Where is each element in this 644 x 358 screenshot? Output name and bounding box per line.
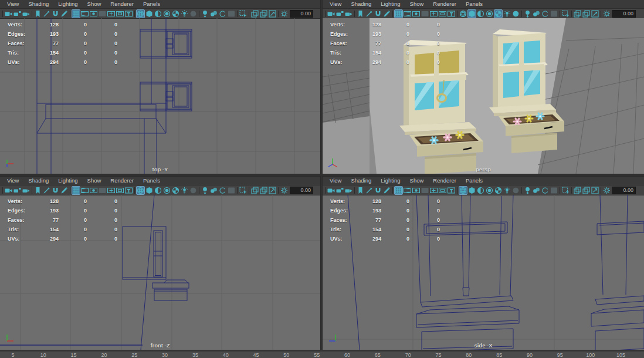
menu-item-renderer[interactable]: Renderer bbox=[428, 0, 461, 8]
image-plane-icon[interactable] bbox=[42, 186, 51, 195]
menu-item-show[interactable]: Show bbox=[83, 0, 106, 8]
image-plane-icon[interactable] bbox=[365, 9, 374, 18]
snap-view-icon[interactable] bbox=[374, 9, 382, 18]
wireframe-on-shaded-icon[interactable] bbox=[485, 9, 494, 18]
viewport-canvas-side[interactable]: Verts:12800Edges:19300Faces:7700Tris:154… bbox=[323, 195, 644, 350]
safe-title-icon[interactable] bbox=[124, 9, 133, 18]
fps-gear-icon[interactable] bbox=[602, 9, 611, 18]
menu-item-lighting[interactable]: Lighting bbox=[53, 0, 82, 8]
gate-mask-icon[interactable] bbox=[98, 186, 107, 195]
viewport-canvas-front[interactable]: Verts:12800Edges:19300Faces:7700Tris:154… bbox=[0, 195, 320, 350]
tearoff-icon[interactable] bbox=[259, 9, 268, 18]
all-lights-icon[interactable] bbox=[503, 9, 511, 18]
wireframe-on-shaded-icon[interactable] bbox=[485, 186, 494, 195]
menu-item-shading[interactable]: Shading bbox=[23, 177, 53, 185]
image-plane-icon[interactable] bbox=[42, 9, 51, 18]
menu-item-renderer[interactable]: Renderer bbox=[106, 0, 138, 8]
display-grid-icon[interactable] bbox=[72, 186, 80, 195]
isolate-select-icon[interactable] bbox=[227, 186, 236, 195]
tearoff-icon[interactable] bbox=[259, 186, 268, 195]
menu-item-shading[interactable]: Shading bbox=[346, 0, 376, 8]
snap-view-icon[interactable] bbox=[51, 9, 60, 18]
wireframe-mode-icon[interactable] bbox=[136, 186, 145, 195]
default-material-icon[interactable] bbox=[523, 9, 532, 18]
xray-icon[interactable] bbox=[218, 9, 227, 18]
smooth-shade-icon[interactable] bbox=[467, 186, 476, 195]
film-gate-icon[interactable] bbox=[403, 186, 412, 195]
snap-view-icon[interactable] bbox=[51, 186, 60, 195]
shadows-icon[interactable] bbox=[511, 186, 520, 195]
default-material-icon[interactable] bbox=[201, 186, 209, 195]
safe-action-icon[interactable] bbox=[438, 186, 447, 195]
time-slider-ruler[interactable]: 5101520253035404550556065707580859095100… bbox=[0, 350, 644, 358]
field-chart-icon[interactable] bbox=[429, 9, 438, 18]
camera-lock-icon[interactable] bbox=[335, 186, 344, 195]
resolution-gate-icon[interactable] bbox=[412, 186, 421, 195]
field-chart-icon[interactable] bbox=[429, 186, 438, 195]
snap-view-icon[interactable] bbox=[374, 186, 382, 195]
gate-mask-icon[interactable] bbox=[98, 9, 107, 18]
resolution-gate-icon[interactable] bbox=[89, 9, 98, 18]
measure-tool-icon[interactable] bbox=[60, 186, 69, 195]
flat-shade-icon[interactable] bbox=[154, 9, 162, 18]
camera-view-icon[interactable] bbox=[22, 186, 30, 195]
fps-gear-icon[interactable] bbox=[280, 186, 289, 195]
wireframe-mode-icon[interactable] bbox=[459, 9, 467, 18]
isolate-select-icon[interactable] bbox=[550, 186, 558, 195]
select-tool-icon[interactable] bbox=[561, 186, 570, 195]
fps-gear-icon[interactable] bbox=[602, 186, 611, 195]
playblast-camera-icon[interactable] bbox=[4, 186, 13, 195]
camera-view-icon[interactable] bbox=[22, 9, 30, 18]
wireframe-on-shaded-icon[interactable] bbox=[162, 186, 171, 195]
snapshot-icon[interactable] bbox=[591, 9, 599, 18]
bookmark-icon[interactable] bbox=[356, 186, 365, 195]
smooth-shade-icon[interactable] bbox=[145, 9, 154, 18]
tearoff-copy-icon[interactable] bbox=[573, 186, 582, 195]
all-lights-icon[interactable] bbox=[180, 186, 189, 195]
shadows-icon[interactable] bbox=[189, 9, 198, 18]
material-override-icon[interactable] bbox=[532, 186, 541, 195]
bookmark-icon[interactable] bbox=[356, 9, 365, 18]
image-plane-icon[interactable] bbox=[365, 186, 374, 195]
isolate-select-icon[interactable] bbox=[227, 9, 236, 18]
menu-item-panels[interactable]: Panels bbox=[461, 177, 487, 185]
safe-action-icon[interactable] bbox=[116, 186, 124, 195]
field-chart-icon[interactable] bbox=[107, 9, 116, 18]
menu-item-lighting[interactable]: Lighting bbox=[376, 177, 405, 185]
menu-item-view[interactable]: View bbox=[325, 0, 346, 8]
isolate-select-icon[interactable] bbox=[550, 9, 558, 18]
display-grid-icon[interactable] bbox=[394, 9, 403, 18]
menu-item-panels[interactable]: Panels bbox=[461, 0, 487, 8]
textured-mode-icon[interactable] bbox=[171, 9, 180, 18]
menu-item-view[interactable]: View bbox=[325, 177, 346, 185]
safe-title-icon[interactable] bbox=[124, 186, 133, 195]
tearoff-icon[interactable] bbox=[582, 186, 591, 195]
menu-item-show[interactable]: Show bbox=[83, 177, 106, 185]
menu-item-lighting[interactable]: Lighting bbox=[376, 0, 405, 8]
film-gate-icon[interactable] bbox=[80, 186, 89, 195]
measure-tool-icon[interactable] bbox=[382, 186, 391, 195]
shadows-icon[interactable] bbox=[511, 9, 520, 18]
display-grid-icon[interactable] bbox=[72, 9, 80, 18]
default-material-icon[interactable] bbox=[201, 9, 209, 18]
menu-item-view[interactable]: View bbox=[2, 177, 23, 185]
material-override-icon[interactable] bbox=[532, 9, 541, 18]
material-override-icon[interactable] bbox=[209, 9, 218, 18]
camera-lock-icon[interactable] bbox=[13, 186, 22, 195]
safe-title-icon[interactable] bbox=[447, 9, 456, 18]
wireframe-mode-icon[interactable] bbox=[459, 186, 467, 195]
playblast-camera-icon[interactable] bbox=[327, 186, 335, 195]
menu-item-renderer[interactable]: Renderer bbox=[428, 177, 461, 185]
resolution-gate-icon[interactable] bbox=[412, 9, 421, 18]
smooth-shade-icon[interactable] bbox=[145, 186, 154, 195]
camera-view-icon[interactable] bbox=[344, 9, 353, 18]
xray-icon[interactable] bbox=[541, 9, 550, 18]
wireframe-on-shaded-icon[interactable] bbox=[162, 9, 171, 18]
select-tool-icon[interactable] bbox=[239, 9, 248, 18]
fps-gear-icon[interactable] bbox=[280, 9, 289, 18]
snapshot-icon[interactable] bbox=[268, 9, 277, 18]
measure-tool-icon[interactable] bbox=[382, 9, 391, 18]
select-tool-icon[interactable] bbox=[239, 186, 248, 195]
camera-view-icon[interactable] bbox=[344, 186, 353, 195]
default-material-icon[interactable] bbox=[523, 186, 532, 195]
